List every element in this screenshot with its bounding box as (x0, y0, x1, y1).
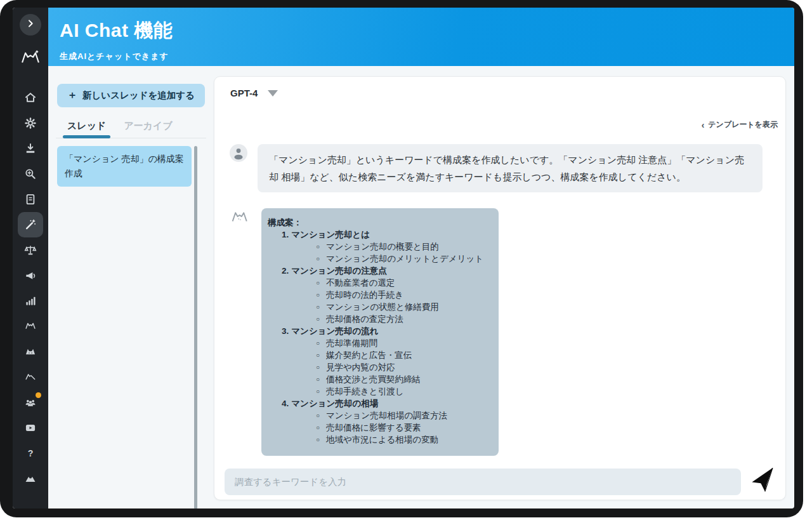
section-title-text: マンション売却の注意点 (291, 266, 386, 276)
circle-bullet: ○ (316, 434, 320, 446)
tab-archive[interactable]: アーカイブ (124, 120, 172, 138)
section-title-text: マンション売却とは (291, 230, 370, 239)
circle-bullet: ○ (316, 241, 320, 253)
community-users-icon[interactable] (18, 390, 43, 415)
outline-item: ○地域や市況による相場の変動 (268, 434, 483, 446)
outline-item-text: 不動産業者の選定 (326, 277, 395, 289)
bar-chart-icon[interactable] (18, 288, 43, 314)
assistant-message-bubble: 構成案： 1.マンション売却とは ○マンション売却の概要と目的 ○マンション売却… (261, 208, 499, 456)
outline-item-text: マンションの状態と修繕費用 (326, 301, 439, 313)
mountain-icon[interactable] (18, 466, 43, 491)
user-message-row: 「マンション売却」というキーワードで構成案を作成したいです。「マンション売却 注… (230, 144, 770, 192)
add-thread-button[interactable]: ＋ 新しいスレッドを追加する (57, 84, 205, 107)
document-icon[interactable] (18, 187, 43, 212)
main-area: AI Chat 機能 生成AIとチャットできます ＋ 新しいスレッドを追加する … (48, 8, 794, 508)
section-title-text: マンション売却の相場 (291, 399, 378, 408)
outline-item: ○マンション売却のメリットとデメリット (268, 253, 483, 265)
section-number: 1. (282, 230, 289, 239)
outline-item: ○媒介契約と広告・宣伝 (268, 349, 483, 361)
circle-bullet: ○ (316, 349, 320, 361)
circle-bullet: ○ (316, 373, 320, 385)
user-message-bubble: 「マンション売却」というキーワードで構成案を作成したいです。「マンション売却 注… (258, 144, 763, 192)
circle-bullet: ○ (316, 289, 320, 301)
notification-badge (36, 392, 41, 398)
outline-section-title: 1.マンション売却とは (268, 229, 483, 241)
thread-tabs: スレッド アーカイブ (67, 120, 205, 138)
settings-gear-icon[interactable] (18, 110, 43, 136)
outline-item: ○不動産業者の選定 (268, 277, 483, 289)
outline-item-text: 売却手続きと引渡し (326, 385, 403, 397)
show-template-label: テンプレートを表示 (708, 119, 778, 130)
window-frame: ? AI Chat 機能 生成AIとチャットできます (0, 0, 803, 517)
circle-bullet: ○ (316, 301, 320, 313)
keyword-input[interactable] (225, 469, 741, 495)
outline-item-text: マンション売却相場の調査方法 (326, 409, 447, 422)
assistant-avatar-icon (230, 208, 251, 226)
chat-card: GPT-4 ‹ テンプレートを表示 (214, 76, 786, 500)
chevron-left-icon: ‹ (702, 120, 705, 130)
app-window: ? AI Chat 機能 生成AIとチャットできます (13, 8, 794, 508)
cat-outline-icon[interactable] (18, 314, 43, 339)
brand-logo-icon[interactable] (18, 47, 43, 69)
section-number: 2. (282, 266, 289, 276)
add-thread-label: 新しいスレッドを追加する (82, 90, 195, 102)
help-icon[interactable]: ? (18, 441, 43, 466)
model-selector[interactable]: GPT-4 (214, 77, 785, 107)
outline-item-text: マンション売却の概要と目的 (326, 241, 439, 253)
outline-intro: 構成案： (268, 216, 483, 229)
home-icon[interactable] (18, 85, 43, 110)
magic-wand-icon[interactable] (18, 212, 43, 237)
section-number: 4. (282, 399, 289, 408)
download-icon[interactable] (18, 136, 43, 161)
page-subtitle: 生成AIとチャットできます (60, 51, 794, 62)
circle-bullet: ○ (316, 361, 320, 373)
chat-input-row (214, 456, 785, 499)
outline-item: ○マンション売却相場の調査方法 (268, 409, 483, 422)
outline-item: ○売却準備期間 (268, 337, 483, 349)
outline-item: ○売却手続きと引渡し (268, 385, 483, 397)
outline-item-text: 売却準備期間 (326, 337, 377, 349)
chevron-right-icon (25, 18, 36, 31)
outline-item-text: 売却価格に影響する要素 (326, 422, 421, 434)
template-row: ‹ テンプレートを表示 (214, 107, 785, 130)
outline-item-text: 売却時の法的手続き (326, 289, 403, 301)
scale-icon[interactable] (18, 237, 43, 263)
chevron-down-icon[interactable] (268, 90, 278, 96)
circle-bullet: ○ (316, 337, 320, 349)
show-template-link[interactable]: ‹ テンプレートを表示 (702, 119, 778, 130)
outline-section-title: 4.マンション売却の相場 (268, 397, 483, 409)
zoom-search-icon[interactable] (18, 161, 43, 187)
circle-bullet: ○ (316, 253, 320, 265)
cat-filled-icon[interactable] (18, 339, 43, 364)
outline-item: ○売却価格の査定方法 (268, 313, 483, 325)
outline-item-text: 媒介契約と広告・宣伝 (326, 349, 412, 361)
section-number: 3. (282, 326, 289, 336)
section-title-text: マンション売却の流れ (291, 326, 378, 336)
send-button[interactable] (746, 465, 780, 499)
assistant-message-row: 構成案： 1.マンション売却とは ○マンション売却の概要と目的 ○マンション売却… (230, 208, 770, 456)
sidebar-nav: ? (18, 85, 43, 491)
outline-item: ○売却時の法的手続き (268, 289, 483, 301)
paper-plane-icon (749, 468, 777, 496)
sidebar-collapse-button[interactable] (20, 14, 41, 36)
outline-section-title: 2.マンション売却の注意点 (268, 265, 483, 277)
threads-scrollbar[interactable] (194, 146, 197, 508)
page-title: AI Chat 機能 (60, 18, 794, 44)
outline-item: ○見学や内覧の対応 (268, 361, 483, 373)
screenshot-root: ? AI Chat 機能 生成AIとチャットできます (0, 0, 812, 525)
circle-bullet: ○ (316, 313, 320, 325)
outline-item: ○マンションの状態と修繕費用 (268, 301, 483, 313)
circle-bullet: ○ (316, 385, 320, 397)
megaphone-icon[interactable] (18, 263, 43, 288)
plus-icon: ＋ (67, 89, 77, 102)
outline-item: ○売却価格に影響する要素 (268, 422, 483, 434)
youtube-icon[interactable] (18, 415, 43, 441)
page-header: AI Chat 機能 生成AIとチャットできます (48, 8, 794, 66)
circle-bullet: ○ (316, 277, 320, 289)
tab-threads[interactable]: スレッド (67, 120, 106, 138)
messages-list: 「マンション売却」というキーワードで構成案を作成したいです。「マンション売却 注… (214, 130, 785, 456)
thread-list-item[interactable]: 「マンション 売却」の構成案作成 (57, 146, 192, 187)
model-label[interactable]: GPT-4 (230, 88, 258, 98)
cat-peaks-icon[interactable] (18, 364, 43, 390)
outline-item-text: 価格交渉と売買契約締結 (326, 373, 421, 385)
